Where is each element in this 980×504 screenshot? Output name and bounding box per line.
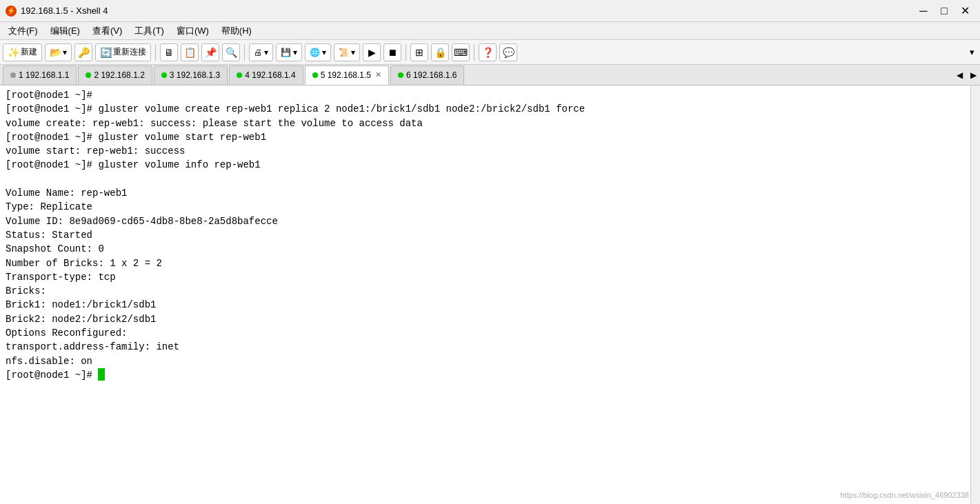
terminal-line-9: Volume ID: 8e9ad069-cd65-4db8-8be8-2a5d8… bbox=[6, 214, 974, 228]
terminal-line-17: Options Reconfigured: bbox=[6, 326, 974, 340]
script-arrow: ▾ bbox=[351, 48, 355, 57]
transfer-arrow: ▾ bbox=[293, 48, 297, 57]
tab-nav: ◀ ▶ bbox=[952, 65, 980, 85]
tab-3[interactable]: 3 192.168.1.3 bbox=[154, 65, 228, 85]
terminal-line-2: volume create: rep-web1: success: please… bbox=[6, 117, 974, 130]
web-icon: 🌐 bbox=[310, 48, 320, 57]
toolbar: ✨ 新建 📂 ▾ 🔑 🔄 重新连接 🖥 📋 📌 🔍 🖨 ▾ 💾 ▾ 🌐 ▾ 📜 … bbox=[0, 40, 980, 65]
screen-icon: 🖥 bbox=[164, 47, 174, 58]
scrollbar[interactable] bbox=[970, 85, 980, 504]
toolbar-end-arrow[interactable]: ▾ bbox=[966, 44, 977, 61]
tab-6-dot bbox=[398, 72, 403, 78]
print-arrow: ▾ bbox=[264, 48, 268, 57]
menu-tools[interactable]: 工具(T) bbox=[129, 23, 170, 39]
title-bar: ⚡ 192.168.1.5 - Xshell 4 ─ □ ✕ bbox=[0, 0, 980, 22]
menu-window[interactable]: 窗口(W) bbox=[171, 23, 214, 39]
tab-5-label: 5 192.168.1.5 bbox=[321, 70, 371, 80]
terminal-line-5: [root@node1 ~]# gluster volume info rep-… bbox=[6, 158, 974, 172]
tab-6[interactable]: 6 192.168.1.6 bbox=[390, 65, 464, 85]
toolbar-separator-3 bbox=[406, 44, 406, 61]
transfer-button[interactable]: 💾 ▾ bbox=[276, 43, 302, 61]
terminal-line-0: [root@node1 ~]# bbox=[6, 88, 974, 102]
toolbar-separator-4 bbox=[474, 44, 474, 61]
terminal-line-6 bbox=[6, 172, 974, 186]
help-icon: ❓ bbox=[482, 47, 494, 58]
key-button[interactable]: 🔑 bbox=[74, 43, 92, 61]
stop-icon: ⏹ bbox=[388, 47, 397, 58]
minimize-button[interactable]: ─ bbox=[914, 1, 933, 21]
terminal-line-1: [root@node1 ~]# gluster volume create re… bbox=[6, 102, 974, 116]
toolbar-separator-1 bbox=[155, 44, 156, 61]
tab-1-label: 1 192.168.1.1 bbox=[19, 70, 69, 80]
terminal-line-20: [root@node1 ~]# bbox=[6, 368, 974, 382]
keyboard-button[interactable]: ⌨ bbox=[452, 43, 470, 61]
reconnect-label: 重新连接 bbox=[113, 46, 146, 58]
new-icon: ✨ bbox=[8, 47, 19, 58]
tab-2-label: 2 192.168.1.2 bbox=[94, 70, 144, 80]
terminal-line-3: [root@node1 ~]# gluster volume start rep… bbox=[6, 130, 974, 144]
open-button[interactable]: 📂 ▾ bbox=[45, 43, 72, 61]
tab-prev-button[interactable]: ◀ bbox=[952, 65, 966, 85]
toolbar-separator-2 bbox=[244, 44, 245, 61]
print-icon: 🖨 bbox=[254, 48, 262, 57]
grid-icon: ⊞ bbox=[415, 47, 423, 58]
terminal-line-12: Number of Bricks: 1 x 2 = 2 bbox=[6, 256, 974, 270]
menu-file[interactable]: 文件(F) bbox=[3, 23, 43, 39]
tab-4-dot bbox=[237, 72, 242, 78]
terminal-area[interactable]: [root@node1 ~]# [root@node1 ~]# gluster … bbox=[0, 85, 980, 504]
lock-icon: 🔒 bbox=[434, 47, 446, 58]
tab-4[interactable]: 4 192.168.1.4 bbox=[229, 65, 303, 85]
lock-button[interactable]: 🔒 bbox=[431, 43, 449, 61]
paste-button[interactable]: 📌 bbox=[201, 43, 219, 61]
script-button[interactable]: 📜 ▾ bbox=[334, 43, 360, 61]
print-button[interactable]: 🖨 ▾ bbox=[249, 43, 273, 61]
tab-5[interactable]: 5 192.168.1.5 ✕ bbox=[305, 65, 389, 85]
start-button[interactable]: ▶ bbox=[363, 43, 381, 61]
close-button[interactable]: ✕ bbox=[955, 1, 974, 21]
menu-view[interactable]: 查看(V) bbox=[87, 23, 128, 39]
search-icon: 🔍 bbox=[226, 47, 237, 58]
tab-next-button[interactable]: ▶ bbox=[966, 65, 980, 85]
grid-button[interactable]: ⊞ bbox=[410, 43, 428, 61]
terminal-line-8: Type: Replicate bbox=[6, 200, 974, 214]
terminal-line-4: volume start: rep-web1: success bbox=[6, 144, 974, 158]
tab-bar: 1 192.168.1.1 2 192.168.1.2 3 192.168.1.… bbox=[0, 65, 980, 85]
app-icon: ⚡ bbox=[6, 6, 17, 17]
web-button[interactable]: 🌐 ▾ bbox=[305, 43, 331, 61]
reconnect-button[interactable]: 🔄 重新连接 bbox=[95, 43, 151, 61]
tab-4-label: 4 192.168.1.4 bbox=[245, 70, 295, 80]
reconnect-icon: 🔄 bbox=[100, 47, 111, 58]
tab-1-dot bbox=[10, 72, 16, 78]
tab-1[interactable]: 1 192.168.1.1 bbox=[3, 65, 77, 85]
tab-2[interactable]: 2 192.168.1.2 bbox=[78, 65, 152, 85]
paste-icon: 📌 bbox=[205, 47, 217, 58]
tab-5-dot bbox=[312, 72, 318, 78]
terminal-line-10: Status: Started bbox=[6, 228, 974, 242]
menu-help[interactable]: 帮助(H) bbox=[216, 23, 257, 39]
start-icon: ▶ bbox=[368, 47, 376, 58]
terminal-line-11: Snapshot Count: 0 bbox=[6, 242, 974, 256]
menu-edit[interactable]: 编辑(E) bbox=[45, 23, 86, 39]
key-icon: 🔑 bbox=[78, 47, 90, 58]
script-icon: 📜 bbox=[339, 48, 349, 57]
copy-button[interactable]: 📋 bbox=[181, 43, 199, 61]
help-button[interactable]: ❓ bbox=[479, 43, 497, 61]
window-title: 192.168.1.5 - Xshell 4 bbox=[21, 6, 108, 16]
tab-2-dot bbox=[86, 72, 91, 78]
chat-button[interactable]: 💬 bbox=[499, 43, 517, 61]
tab-5-close[interactable]: ✕ bbox=[375, 70, 381, 79]
new-button[interactable]: ✨ 新建 bbox=[3, 43, 42, 61]
terminal-line-7: Volume Name: rep-web1 bbox=[6, 186, 974, 200]
chat-icon: 💬 bbox=[503, 47, 514, 58]
search-button[interactable]: 🔍 bbox=[222, 43, 240, 61]
title-bar-left: ⚡ 192.168.1.5 - Xshell 4 bbox=[6, 6, 108, 17]
maximize-button[interactable]: □ bbox=[934, 1, 954, 21]
screen-button[interactable]: 🖥 bbox=[160, 43, 178, 61]
watermark: https://blog.csdn.net/wsixin_46902338 bbox=[840, 490, 969, 501]
stop-button[interactable]: ⏹ bbox=[383, 43, 401, 61]
new-label: 新建 bbox=[21, 46, 37, 58]
terminal-line-13: Transport-type: tcp bbox=[6, 270, 974, 284]
copy-icon: 📋 bbox=[184, 47, 196, 58]
window-controls: ─ □ ✕ bbox=[914, 1, 974, 21]
transfer-icon: 💾 bbox=[281, 48, 291, 57]
